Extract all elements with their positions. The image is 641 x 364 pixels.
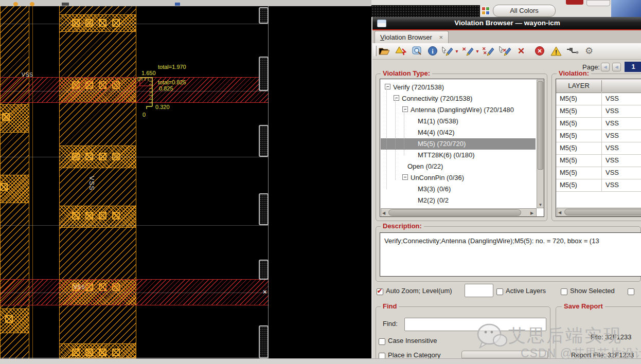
find-group-label: Find [381,303,399,310]
scroll-thumb[interactable] [564,209,641,215]
info-button[interactable]: i [426,44,439,58]
clear-markers-button[interactable]: ✕✕ [482,44,495,58]
description-textarea[interactable]: Verify;Connectivity;Antenna (DanglingWir… [380,232,641,277]
ruler-val3: 0.320 [155,104,170,110]
table-hscrollbar[interactable]: ◀ [557,208,641,216]
table-row[interactable]: M5(5)VSS [556,167,641,179]
toolbar-fragment-icon [13,2,18,6]
table-row[interactable]: M5(5)VSS [556,93,641,105]
tree-guide [386,86,387,189]
cropped-checkbox[interactable] [628,288,634,295]
layout-canvas[interactable]: VSS VSS VSS × total=1.970 1.650 0 total=… [0,6,371,358]
via [112,19,120,27]
via-block [0,308,29,333]
zoom-to-fit-button[interactable] [411,44,424,58]
page-current[interactable]: 1 [625,62,641,72]
auto-zoom-label: Auto Zoom; Level(um) [386,287,452,295]
pin-rect [259,57,269,91]
tree-hscrollbar[interactable]: ◀ ▶ [381,208,537,217]
scroll-thumb[interactable] [538,81,543,170]
table-row[interactable]: M5(5)VSS [556,142,641,155]
grid-line [0,24,269,24]
dropdown-icon[interactable]: ▾ [454,44,460,58]
dropdown-icon[interactable]: ▾ [474,44,480,58]
grid-line [0,157,269,157]
tab-close-icon[interactable]: × [439,33,443,41]
lsw-texture [371,5,480,17]
table-header[interactable]: LAYER [556,79,641,93]
color-palette-icon [482,7,490,15]
grid-line [0,293,269,293]
window-titlebar[interactable]: Violation Browser — wayon-icm [372,17,641,29]
show-selected-checkbox[interactable] [561,288,567,295]
disable-button[interactable]: ✕ [533,44,546,58]
tab-label: Violation Browser [380,33,432,41]
probe-button[interactable] [566,44,579,58]
collapse-icon[interactable] [385,84,390,89]
toolbar-fragment-icon [30,2,34,6]
toolbar-fragment-icon [62,3,69,6]
scroll-left-arrow[interactable]: ◀ [558,210,561,215]
via [99,349,106,356]
settings-gear-icon[interactable]: ⚙ [582,44,596,58]
wire-vertical [32,6,33,358]
tree-item[interactable]: M3(3) (0/6) [381,184,536,195]
auto-zoom-checkbox[interactable] [377,288,383,295]
highlight-violation-button[interactable] [394,44,407,58]
table-row[interactable]: M5(5)VSS [556,130,641,142]
tree-guide [395,98,396,180]
page-first-button[interactable]: ◀ [601,63,610,71]
delete-button[interactable]: ✕ [514,44,528,58]
collapse-icon[interactable] [394,95,399,101]
column-divider[interactable] [601,80,602,92]
warning-button[interactable]: ! [549,44,563,58]
ruler-val2: 0.825 [159,85,173,92]
svg-text:!: ! [555,49,557,56]
table-row[interactable]: M5(5)VSS [556,179,641,192]
tab-violation-browser[interactable]: Violation Browser × [375,31,449,43]
tree-item[interactable]: Connectivity (720/1538) [381,93,536,104]
tree-item[interactable]: Verify (720/1538) [381,82,536,93]
scroll-right-arrow[interactable]: ▶ [530,211,533,215]
tree-item[interactable]: UnConnPin (0/36) [381,172,536,184]
scroll-down-arrow[interactable]: ▼ [537,203,544,207]
select-marker-button[interactable]: ✕ [498,44,511,58]
all-colors-button[interactable]: All Colors [493,5,556,17]
description-label: Description: [381,223,424,230]
table-row[interactable]: M5(5)VSS [556,154,641,167]
scroll-thumb[interactable] [388,209,521,216]
table-row[interactable]: M5(5)VSS [556,105,641,118]
violation-type-tree[interactable]: Verify (720/1538) Connectivity (720/1538… [380,79,544,217]
tree-item[interactable]: Open (0/22) [381,161,536,172]
toolbar-fragment-icon [175,3,180,6]
place-in-category-label: Place in Category [388,351,441,358]
net-label-vss: VSS [22,72,33,78]
case-insensitive-checkbox[interactable] [379,338,385,345]
via [85,19,93,27]
table-row[interactable]: M5(5)VSS [556,117,641,130]
prev-marker-button[interactable]: ✕ [461,44,474,58]
tree-item[interactable]: M2(2) (0/2 [381,195,536,206]
scroll-left-arrow[interactable]: ◀ [382,211,385,215]
toolbar-grip[interactable] [374,46,377,56]
collapse-icon[interactable] [402,174,408,180]
cropped-button-outline [586,0,610,6]
collapse-icon[interactable] [402,106,408,112]
select-next-marker-button[interactable] [440,44,454,58]
find-label: Find: [383,320,398,327]
watermark-line1: 艾思后端实现 [508,324,622,348]
via [99,19,106,27]
via-band [59,343,136,358]
svg-text:✕: ✕ [483,50,487,56]
violation-table[interactable]: LAYER M5(5)VSS M5(5)VSS M5(5)VSS M5(5)VS… [556,79,641,217]
place-in-category-checkbox[interactable] [379,353,385,358]
open-button[interactable] [378,44,391,58]
level-input[interactable] [465,284,493,297]
main-toolbar: i ▾ ✕ ▾ ✕✕ ✕ ✕ ✕ ! [372,43,641,60]
pin-rect [259,193,269,225]
watermark-line2: CSDN @艾思芯片设计 [521,345,641,361]
probe-marker-x: × [263,288,267,296]
page-prev-button[interactable]: ◀ [612,63,621,71]
active-layers-checkbox[interactable] [496,288,503,295]
tree-vscrollbar[interactable]: ▼ [537,80,544,208]
